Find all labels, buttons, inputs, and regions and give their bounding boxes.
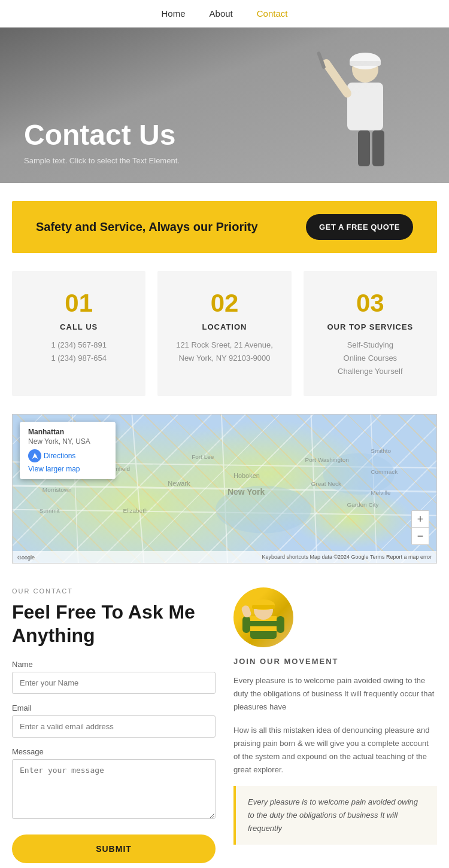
card-detail-2: 121 Rock Sreet, 21 Avenue, New York, NY … bbox=[169, 339, 279, 365]
card-number-3: 03 bbox=[315, 289, 425, 318]
svg-rect-1 bbox=[347, 83, 383, 130]
svg-text:Summit: Summit bbox=[40, 507, 60, 514]
email-input[interactable] bbox=[12, 715, 216, 738]
map-container[interactable]: New York Yonkers Bloomfield Fort Lee New… bbox=[12, 414, 437, 564]
map-popup-title: Manhattan bbox=[28, 428, 107, 436]
hero-content: Contact Us Sample text. Click to select … bbox=[0, 102, 204, 183]
contact-form-column: OUR CONTACT Feel Free To Ask Me Anything… bbox=[12, 587, 216, 863]
nav-contact[interactable]: Contact bbox=[257, 8, 288, 19]
card-label-2: LOCATION bbox=[169, 322, 279, 331]
nav-about[interactable]: About bbox=[210, 8, 233, 19]
avatar bbox=[233, 587, 293, 647]
map-zoom-out-button[interactable]: − bbox=[412, 528, 429, 544]
name-label: Name bbox=[12, 660, 216, 669]
email-label: Email bbox=[12, 703, 216, 712]
right-quote: Every pleasure is to welcome pain avoide… bbox=[233, 786, 437, 845]
svg-rect-35 bbox=[250, 626, 277, 631]
svg-text:Great Neck: Great Neck bbox=[311, 480, 341, 487]
svg-rect-2 bbox=[358, 130, 370, 166]
hero-section: Contact Us Sample text. Click to select … bbox=[0, 28, 449, 183]
message-label: Message bbox=[12, 747, 216, 756]
info-cards-section: 01 CALL US 1 (234) 567-891 1 (234) 987-6… bbox=[12, 271, 437, 396]
info-card-location: 02 LOCATION 121 Rock Sreet, 21 Avenue, N… bbox=[157, 271, 291, 396]
map-directions: ⮝ Directions bbox=[28, 449, 107, 462]
card-label-3: OUR TOP SERVICES bbox=[315, 322, 425, 331]
hero-worker-image bbox=[293, 39, 401, 177]
svg-rect-3 bbox=[372, 130, 384, 166]
svg-rect-38 bbox=[252, 605, 275, 609]
svg-text:Elizabeth: Elizabeth bbox=[123, 507, 147, 514]
banner-text: Safety and Service, Always our Priority bbox=[36, 220, 258, 234]
svg-text:Commack: Commack bbox=[371, 469, 398, 476]
card-detail-3: Self-Studying Online Courses Challenge Y… bbox=[315, 339, 425, 378]
contact-section: OUR CONTACT Feel Free To Ask Me Anything… bbox=[12, 587, 437, 863]
map-zoom-controls: + − bbox=[411, 510, 429, 545]
navigation: Home About Contact bbox=[0, 0, 449, 28]
banner-section: Safety and Service, Always our Priority … bbox=[12, 201, 437, 253]
form-heading: Feel Free To Ask Me Anything bbox=[12, 601, 216, 647]
card-number-2: 02 bbox=[169, 289, 279, 318]
nav-home[interactable]: Home bbox=[162, 8, 186, 19]
map-popup-address: New York, NY, USA bbox=[28, 437, 107, 446]
svg-text:Smithto: Smithto bbox=[371, 448, 391, 455]
svg-text:Newark: Newark bbox=[168, 480, 190, 487]
svg-text:Melville: Melville bbox=[371, 489, 391, 496]
view-larger-map-link[interactable]: View larger map bbox=[28, 465, 80, 473]
join-label: JOIN OUR MOVEMENT bbox=[233, 657, 437, 666]
card-detail-1: 1 (234) 567-891 1 (234) 987-654 bbox=[24, 339, 134, 365]
card-label-1: CALL US bbox=[24, 322, 134, 331]
hero-title: Contact Us bbox=[24, 120, 180, 151]
svg-rect-39 bbox=[242, 616, 250, 633]
directions-label[interactable]: Directions bbox=[44, 452, 75, 460]
svg-line-6 bbox=[326, 63, 347, 93]
right-text-2: How is all this mistaken idea of denounc… bbox=[233, 724, 437, 776]
map-footer-text: Keyboard shortcuts Map data ©2024 Google… bbox=[262, 554, 432, 560]
svg-line-11 bbox=[132, 415, 144, 563]
directions-icon: ⮝ bbox=[28, 449, 41, 462]
hero-subtitle: Sample text. Click to select the Text El… bbox=[24, 156, 180, 165]
svg-text:New York: New York bbox=[227, 487, 265, 497]
info-card-services: 03 OUR TOP SERVICES Self-Studying Online… bbox=[304, 271, 437, 396]
svg-line-13 bbox=[311, 415, 317, 563]
svg-text:Morristown: Morristown bbox=[43, 486, 72, 493]
worker-avatar-image bbox=[239, 593, 287, 641]
map-section: New York Yonkers Bloomfield Fort Lee New… bbox=[12, 414, 437, 564]
info-card-call: 01 CALL US 1 (234) 567-891 1 (234) 987-6… bbox=[12, 271, 145, 396]
svg-text:Fort Lee: Fort Lee bbox=[192, 454, 214, 461]
svg-text:Garden City: Garden City bbox=[347, 501, 378, 508]
svg-text:Hoboken: Hoboken bbox=[233, 472, 260, 479]
map-zoom-in-button[interactable]: + bbox=[412, 511, 429, 528]
svg-text:Port Washington: Port Washington bbox=[305, 457, 349, 464]
form-section-label: OUR CONTACT bbox=[12, 587, 216, 595]
message-input[interactable] bbox=[12, 759, 216, 819]
svg-rect-40 bbox=[277, 616, 284, 633]
map-popup: Manhattan New York, NY, USA ⮝ Directions… bbox=[20, 422, 116, 479]
map-footer: Keyboard shortcuts Map data ©2024 Google… bbox=[13, 551, 436, 563]
card-number-1: 01 bbox=[24, 289, 134, 318]
submit-button[interactable]: SUBMIT bbox=[12, 835, 216, 863]
name-input[interactable] bbox=[12, 672, 216, 694]
get-quote-button[interactable]: GET A FREE QUOTE bbox=[306, 214, 413, 240]
svg-rect-5 bbox=[350, 61, 381, 66]
right-text-1: Every pleasure is to welcome pain avoide… bbox=[233, 674, 437, 714]
google-logo: Google bbox=[17, 555, 35, 561]
contact-info-column: JOIN OUR MOVEMENT Every pleasure is to w… bbox=[233, 587, 437, 845]
